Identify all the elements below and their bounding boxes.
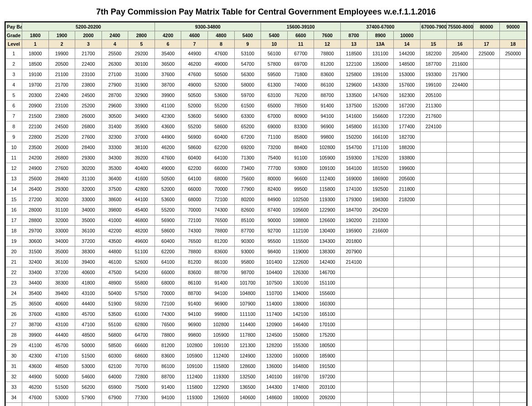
level-cell: 7 [181,40,208,48]
pay-cell: 67700 [287,48,314,59]
pay-cell: 75400 [261,153,288,163]
pay-cell: 174800 [287,382,314,392]
pay-cell [500,330,527,340]
pay-cell [394,309,421,319]
pay-cell [340,372,367,382]
level-cell: 10 [261,40,288,48]
pay-cell: 198300 [367,194,394,205]
pay-cell: 40400 [128,163,155,174]
pay-cell: 66600 [128,340,155,351]
pay-cell: 88700 [155,372,181,382]
pay-cell: 203100 [314,382,341,392]
pay-cell: 104400 [261,267,288,278]
pay-cell: 22400 [75,59,102,69]
pay-cell [500,226,527,236]
pay-cell [473,361,500,372]
level-cell: 2 [48,40,75,48]
row-index: 15 [6,194,22,205]
table-row: 1829700330003610042200482005860074300788… [6,226,527,236]
pay-cell: 108800 [287,215,314,226]
gradepay-cell: 2800 [128,31,155,40]
pay-cell: 79600 [128,403,155,406]
pay-cell: 94100 [181,309,208,319]
pay-cell: 69700 [287,59,314,69]
gradepay-cell [420,31,447,40]
row-index: 28 [6,330,22,340]
pay-cell: 48500 [48,361,75,372]
level-cell: 13A [367,40,394,48]
pay-cell: 27200 [22,194,49,205]
pay-cell: 126600 [208,392,235,403]
pay-cell [447,163,474,174]
pay-cell: 58500 [102,340,128,351]
pay-cell: 36500 [155,59,181,69]
pay-cell: 54600 [48,403,75,406]
pay-cell [394,351,421,361]
pay-cell [340,299,367,309]
pay-cell: 160300 [314,299,341,309]
table-row: 2334400383004180048900558006800086100914… [6,278,527,288]
pay-cell [500,361,527,372]
pay-cell: 48200 [128,226,155,236]
pay-cell [420,372,447,382]
pay-cell: 165100 [314,309,341,319]
level-label: Level [6,40,22,48]
pay-cell: 50400 [102,288,128,299]
pay-cell [500,340,527,351]
pay-cell [473,340,500,351]
pay-cell [340,267,367,278]
level-cell: 15 [420,40,447,48]
pay-cell: 63300 [234,111,261,121]
row-index: 22 [6,267,22,278]
pay-cell [394,299,421,309]
pay-cell: 195900 [340,226,367,236]
pay-cell [473,351,500,361]
pay-cell: 35000 [48,246,75,257]
row-index: 29 [6,340,22,351]
row-index: 27 [6,319,22,330]
table-row: 6209002310025200296003390041100520005520… [6,101,527,111]
pay-cell: 28000 [22,205,49,215]
pay-cell: 72100 [181,215,208,226]
pay-cell [473,319,500,330]
pay-cell: 48900 [102,278,128,288]
table-row: 3346200515005620065900750009140011580012… [6,382,527,392]
pay-cell: 98400 [261,246,288,257]
pay-cell: 31400 [102,121,128,132]
pay-cell: 224400 [447,80,474,90]
pay-cell: 105900 [181,351,208,361]
pay-cell [447,205,474,215]
pay-cell: 47600 [155,153,181,163]
pay-cell: 96900 [314,121,341,132]
pay-cell: 145800 [340,121,367,132]
pay-cell: 218200 [394,194,421,205]
pay-cell: 101700 [234,278,261,288]
pay-cell [420,174,447,184]
pay-cell: 146700 [314,267,341,278]
pay-cell: 112400 [181,372,208,382]
table-row: 2536500406004440051900592007210091400969… [6,299,527,309]
pay-cell [500,372,527,382]
table-row: 1023500260002840033300381004620058600622… [6,142,527,153]
pay-cell [473,90,500,101]
pay-cell: 62200 [208,142,235,153]
pay-cell: 132500 [234,372,261,382]
pay-cell: 124500 [261,330,288,340]
pay-cell: 39400 [75,257,102,267]
pay-cell [473,392,500,403]
pay-cell: 23800 [48,111,75,121]
pay-cell: 170100 [314,319,341,330]
pay-cell [500,132,527,142]
pay-cell [447,351,474,361]
pay-cell [500,174,527,184]
pay-cell: 112100 [287,226,314,236]
pay-cell: 65000 [261,101,288,111]
table-row: 1527200302003300038600441005360068000721… [6,194,527,205]
pay-cell: 64100 [155,257,181,267]
pay-cell: 37000 [128,132,155,142]
pay-cell: 144200 [394,48,421,59]
pay-cell: 49600 [128,236,155,246]
pay-cell: 56900 [181,132,208,142]
table-row: 3447600530005790067900773009410011930012… [6,392,527,403]
pay-cell: 99800 [314,132,341,142]
